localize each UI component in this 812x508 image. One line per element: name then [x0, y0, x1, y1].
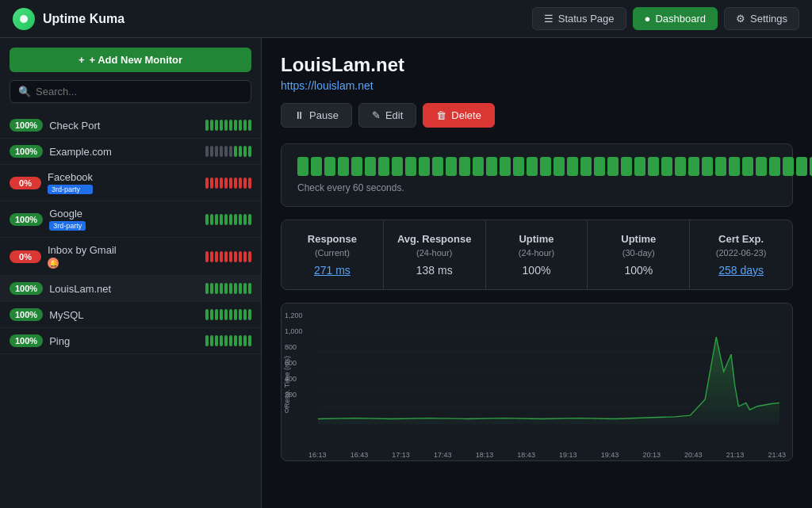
monitor-url-link[interactable]: https://louislam.net: [281, 79, 373, 92]
list-item[interactable]: 100% Check Port: [0, 113, 261, 139]
list-item[interactable]: 0% Inbox by Gmail 🔔: [0, 238, 261, 276]
stat-cert-exp: Cert Exp. (2022-06-23) 258 days: [690, 220, 792, 289]
settings-button[interactable]: ⚙ Settings: [724, 7, 799, 30]
heartbeat-bars: [205, 335, 251, 346]
nav-buttons: ☰ Status Page ● Dashboard ⚙ Settings: [532, 7, 799, 30]
check-interval-text: Check every 60 seconds.: [297, 182, 812, 193]
stat-sublabel: (24-hour): [499, 248, 575, 258]
status-badge: 100%: [10, 308, 43, 321]
monitor-name: MySQL: [49, 309, 83, 321]
logo-area: Uptime Kuma: [13, 8, 124, 30]
stat-value[interactable]: 258 days: [703, 264, 779, 277]
heartbeat-row: [297, 157, 812, 176]
svg-point-0: [20, 15, 28, 23]
delete-button[interactable]: 🗑 Delete: [423, 103, 495, 128]
monitor-name: Inbox by Gmail 🔔: [48, 244, 117, 269]
stat-sublabel: (30-day): [600, 248, 676, 258]
chart-svg: [318, 316, 779, 427]
x-tick: 17:43: [434, 451, 452, 459]
monitor-name: Example.com: [49, 146, 112, 158]
trash-icon: 🗑: [436, 109, 446, 121]
x-tick: 19:13: [559, 451, 577, 459]
y-tick: 200: [285, 391, 303, 399]
y-tick: 1,000: [285, 327, 303, 335]
stat-sublabel: (2022-06-23): [703, 248, 779, 258]
heartbeat-bars: [205, 214, 251, 225]
content-area: LouisLam.net https://louislam.net ⏸ Paus…: [262, 38, 812, 508]
dashboard-button[interactable]: ● Dashboard: [633, 7, 718, 30]
top-nav: Uptime Kuma ☰ Status Page ● Dashboard ⚙ …: [0, 0, 812, 38]
x-tick: 16:43: [350, 451, 369, 459]
status-badge: 100%: [10, 145, 43, 158]
response-chart: Resp. Time (ms): [281, 303, 793, 461]
x-tick: 17:13: [392, 451, 410, 459]
x-tick: 18:13: [476, 451, 494, 459]
x-tick: 19:43: [601, 451, 619, 459]
status-badge: 0%: [10, 177, 41, 189]
x-tick: 18:43: [517, 451, 535, 459]
tag-badge: 3rd-party: [48, 185, 93, 194]
heartbeat-bars: [205, 178, 251, 189]
sidebar: + + Add New Monitor 🔍 100% Check Port: [0, 38, 262, 508]
stat-label: Uptime: [600, 233, 676, 245]
monitor-name: Google 3rd-party: [49, 208, 86, 231]
edit-icon: ✎: [372, 109, 381, 121]
list-item[interactable]: 0% Facebook 3rd-party: [0, 165, 261, 201]
gear-icon: ⚙: [736, 13, 745, 25]
heartbeat-bars: [205, 146, 251, 157]
status-page-button[interactable]: ☰ Status Page: [532, 7, 626, 30]
pause-icon: ⏸: [294, 109, 304, 121]
search-icon: 🔍: [18, 86, 31, 97]
add-monitor-button[interactable]: + + Add New Monitor: [10, 48, 251, 72]
pause-button[interactable]: ⏸ Pause: [281, 103, 352, 128]
list-item[interactable]: 100% MySQL: [0, 302, 261, 328]
x-tick: 20:43: [684, 451, 703, 459]
app-title: Uptime Kuma: [43, 12, 124, 26]
heartbeat-bars: [205, 283, 251, 294]
status-badge: 100%: [10, 282, 43, 295]
y-tick: 0: [285, 407, 303, 414]
search-input[interactable]: [36, 86, 243, 97]
monitor-name: LouisLam.net: [49, 283, 111, 295]
stat-label: Avg. Response: [396, 233, 473, 245]
heartbeat-bars: [205, 120, 251, 131]
stat-label: Uptime: [499, 233, 575, 245]
x-tick: 20:13: [642, 451, 661, 459]
y-tick: 800: [285, 343, 303, 351]
status-bar-container: Check every 60 seconds. Up: [281, 143, 793, 207]
list-item[interactable]: 100% LouisLam.net: [0, 276, 261, 302]
x-tick: 21:13: [726, 451, 745, 459]
x-tick: 21:43: [768, 451, 786, 459]
heartbeat-section: Check every 60 seconds.: [297, 157, 812, 193]
stat-label: Response: [294, 233, 370, 245]
action-buttons: ⏸ Pause ✎ Edit 🗑 Delete: [281, 103, 793, 128]
heartbeat-bars: [205, 251, 251, 262]
heartbeat-bars: [205, 309, 251, 320]
list-item[interactable]: 100% Ping: [0, 328, 261, 354]
list-item[interactable]: 100% Google 3rd-party: [0, 201, 261, 238]
stat-avg-response: Avg. Response (24-hour) 138 ms: [384, 220, 486, 289]
monitor-detail-title: LouisLam.net: [281, 54, 793, 76]
stat-value: 100%: [499, 264, 575, 277]
stat-value[interactable]: 271 ms: [294, 264, 370, 277]
stat-sublabel: (Current): [294, 248, 370, 258]
status-page-icon: ☰: [544, 13, 553, 25]
x-tick: 16:13: [308, 451, 327, 459]
status-badge: 100%: [10, 213, 43, 226]
status-badge: 100%: [10, 119, 43, 132]
stat-value: 100%: [600, 264, 676, 277]
stat-uptime-30d: Uptime (30-day) 100%: [588, 220, 690, 289]
sidebar-header: + + Add New Monitor 🔍: [0, 38, 261, 113]
monitor-name: Ping: [49, 335, 70, 347]
stat-label: Cert Exp.: [703, 233, 779, 245]
stat-uptime-24h: Uptime (24-hour) 100%: [486, 220, 588, 289]
stat-sublabel: (24-hour): [396, 248, 473, 258]
monitor-name: Check Port: [49, 120, 100, 132]
list-item[interactable]: 100% Example.com: [0, 139, 261, 165]
dashboard-icon: ●: [645, 13, 651, 25]
monitor-name: Facebook 3rd-party: [48, 171, 93, 194]
edit-button[interactable]: ✎ Edit: [358, 103, 416, 128]
stat-response: Response (Current) 271 ms: [282, 220, 384, 289]
y-tick: 1,200: [285, 311, 303, 319]
y-tick: 400: [285, 375, 303, 383]
